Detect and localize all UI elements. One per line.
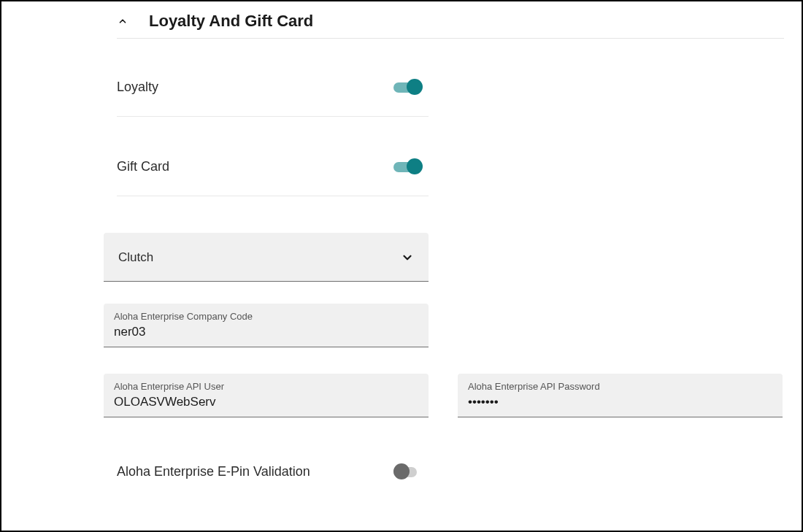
api-user-label: Aloha Enterprise API User	[114, 381, 418, 392]
provider-select[interactable]: Clutch	[104, 233, 429, 282]
provider-selected-value: Clutch	[118, 250, 153, 265]
epin-toggle[interactable]	[393, 463, 424, 480]
chevron-up-icon	[117, 15, 128, 27]
section-title: Loyalty And Gift Card	[149, 12, 313, 31]
company-code-label: Aloha Enterprise Company Code	[114, 311, 418, 322]
api-password-input[interactable]	[468, 395, 772, 409]
company-code-field[interactable]: Aloha Enterprise Company Code	[104, 304, 429, 347]
chevron-down-icon	[401, 251, 414, 264]
loyalty-label: Loyalty	[117, 80, 158, 95]
epin-row: Aloha Enterprise E-Pin Validation	[117, 463, 429, 480]
company-code-input[interactable]	[114, 325, 418, 339]
api-password-label: Aloha Enterprise API Password	[468, 381, 772, 392]
api-user-field[interactable]: Aloha Enterprise API User	[104, 374, 429, 417]
loyalty-row: Loyalty	[117, 74, 429, 117]
api-password-field[interactable]: Aloha Enterprise API Password	[458, 374, 783, 417]
api-user-input[interactable]	[114, 395, 418, 409]
epin-label: Aloha Enterprise E-Pin Validation	[117, 464, 310, 479]
loyalty-toggle[interactable]	[393, 78, 424, 96]
giftcard-row: Gift Card	[117, 153, 429, 196]
settings-column: Loyalty Gift Card Clutch Aloha Enterpris…	[104, 74, 429, 347]
giftcard-label: Gift Card	[117, 159, 169, 174]
api-credentials-row: Aloha Enterprise API User Aloha Enterpri…	[104, 374, 784, 417]
giftcard-toggle[interactable]	[393, 158, 424, 175]
section-header[interactable]: Loyalty And Gift Card	[117, 9, 784, 39]
